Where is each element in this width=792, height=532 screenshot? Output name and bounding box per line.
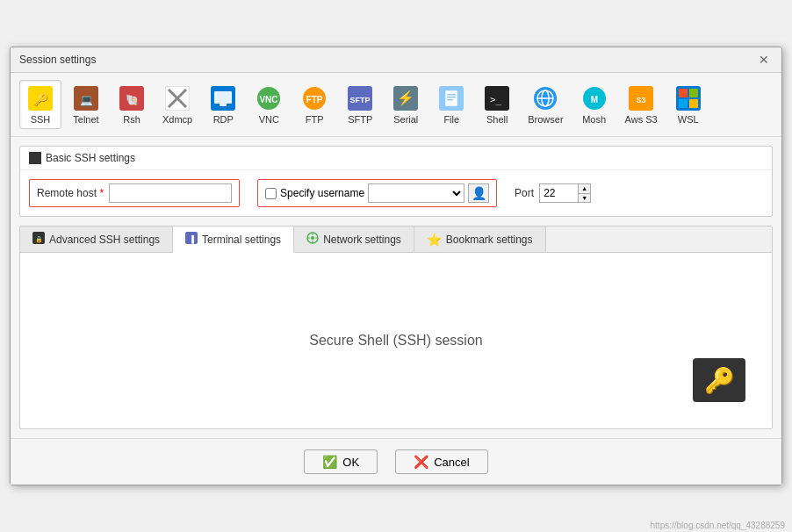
port-increment-button[interactable]: ▲ <box>579 184 590 193</box>
tabs-header: 🔒 Advanced SSH settings ▐ Terminal setti… <box>20 226 772 253</box>
remote-host-group: Remote host * <box>29 179 240 207</box>
protocol-rsh[interactable]: 🐚 Rsh <box>111 80 153 129</box>
protocol-vnc[interactable]: VNC VNC <box>248 80 290 129</box>
protocol-browser[interactable]: Browser <box>522 80 569 129</box>
tab-terminal[interactable]: ▐ Terminal settings <box>173 226 294 253</box>
cancel-icon: ❌ <box>414 455 428 469</box>
ssh-icon: 🔑 <box>26 84 54 112</box>
telnet-label: Telnet <box>73 114 98 125</box>
basic-settings-row: Remote host * Specify username 👤 <box>20 170 772 216</box>
port-input[interactable]: 22 <box>539 183 579 203</box>
protocol-bar: 🔑 SSH 💻 Telnet 🐚 Rsh <box>11 73 781 137</box>
serial-icon: ⚡ <box>392 84 420 112</box>
sftp-icon: SFTP <box>346 84 374 112</box>
basic-settings-title: Basic SSH settings <box>20 147 772 170</box>
sftp-label: SFTP <box>348 114 372 125</box>
cancel-label: Cancel <box>434 456 469 469</box>
svg-text:⚡: ⚡ <box>397 90 414 106</box>
protocol-xdmcp[interactable]: Xdmcp <box>156 80 198 129</box>
tab-content-area: Secure Shell (SSH) session 🔑 <box>20 253 772 428</box>
basic-settings-label: Basic SSH settings <box>46 152 135 164</box>
tab-terminal-label: Terminal settings <box>202 234 281 246</box>
session-settings-window: Session settings ✕ 🔑 SSH 💻 Telnet <box>10 47 782 485</box>
svg-text:SFTP: SFTP <box>350 96 371 104</box>
tab-network-label: Network settings <box>323 234 401 246</box>
protocol-aws-s3[interactable]: S3 Aws S3 <box>619 80 664 129</box>
close-button[interactable]: ✕ <box>755 53 773 67</box>
advanced-ssh-tab-icon: 🔒 <box>32 232 45 247</box>
protocol-ftp[interactable]: FTP FTP <box>293 80 335 129</box>
protocol-shell[interactable]: >_ Shell <box>476 80 518 129</box>
port-decrement-button[interactable]: ▼ <box>579 193 590 203</box>
protocol-mosh[interactable]: M Mosh <box>573 80 616 129</box>
footer: ✅ OK ❌ Cancel <box>11 438 781 485</box>
basic-settings-section: Basic SSH settings Remote host * Specify… <box>19 146 773 217</box>
specify-username-checkbox-label[interactable]: Specify username <box>265 187 364 199</box>
tab-advanced-ssh[interactable]: 🔒 Advanced SSH settings <box>20 226 173 252</box>
ok-icon: ✅ <box>322 455 337 469</box>
title-bar: Session settings ✕ <box>11 47 781 73</box>
username-dropdown[interactable] <box>368 183 464 203</box>
wsl-label: WSL <box>678 114 699 125</box>
key-icon-box: 🔑 <box>693 358 745 402</box>
protocol-wsl[interactable]: WSL <box>667 80 709 129</box>
shell-icon: >_ <box>483 84 511 112</box>
tab-network[interactable]: Network settings <box>294 226 414 252</box>
svg-text:VNC: VNC <box>260 95 278 104</box>
protocol-serial[interactable]: ⚡ Serial <box>385 80 427 129</box>
key-icon: 🔑 <box>704 366 735 395</box>
required-marker: * <box>99 187 104 199</box>
svg-rect-22 <box>447 94 456 96</box>
ok-button[interactable]: ✅ OK <box>304 449 378 474</box>
svg-text:🔑: 🔑 <box>33 92 49 107</box>
protocol-rdp[interactable]: RDP <box>202 80 244 129</box>
svg-rect-11 <box>220 104 227 106</box>
vnc-icon: VNC <box>255 84 283 112</box>
svg-rect-10 <box>214 91 232 104</box>
xdmcp-icon <box>163 84 191 112</box>
svg-rect-23 <box>447 97 456 98</box>
browser-label: Browser <box>528 114 563 125</box>
aws-s3-icon: S3 <box>627 84 655 112</box>
window-title: Session settings <box>19 54 96 66</box>
svg-text:FTP: FTP <box>306 95 323 104</box>
file-icon <box>437 84 465 112</box>
mosh-icon: M <box>580 84 608 112</box>
remote-host-input[interactable] <box>109 183 232 203</box>
wsl-icon <box>674 84 702 112</box>
cancel-button[interactable]: ❌ Cancel <box>395 449 487 474</box>
svg-text:🔒: 🔒 <box>35 235 43 243</box>
specify-username-label: Specify username <box>280 187 364 199</box>
port-spinner: 22 ▲ ▼ <box>539 183 591 203</box>
bookmark-tab-icon: ⭐ <box>427 233 442 247</box>
username-group: Specify username 👤 <box>257 179 497 207</box>
remote-host-label: Remote host * <box>37 187 104 199</box>
protocol-ssh[interactable]: 🔑 SSH <box>19 80 61 129</box>
tab-bookmark[interactable]: ⭐ Bookmark settings <box>414 226 546 252</box>
session-description: Secure Shell (SSH) session <box>309 333 482 349</box>
protocol-file[interactable]: File <box>430 80 472 129</box>
shell-label: Shell <box>486 114 508 125</box>
protocol-telnet[interactable]: 💻 Telnet <box>65 80 107 129</box>
telnet-icon: 💻 <box>72 84 100 112</box>
svg-text:S3: S3 <box>637 96 646 104</box>
svg-text:💻: 💻 <box>80 93 93 106</box>
aws-s3-label: Aws S3 <box>625 114 658 125</box>
xdmcp-label: Xdmcp <box>162 114 192 125</box>
rsh-label: Rsh <box>123 114 140 125</box>
content-area: Basic SSH settings Remote host * Specify… <box>11 137 781 438</box>
tabs-container: 🔒 Advanced SSH settings ▐ Terminal setti… <box>19 226 773 429</box>
protocol-sftp[interactable]: SFTP SFTP <box>339 80 381 129</box>
specify-username-checkbox[interactable] <box>265 188 277 199</box>
svg-rect-37 <box>689 89 698 97</box>
svg-rect-21 <box>445 90 457 106</box>
ftp-label: FTP <box>306 114 324 125</box>
svg-text:🐚: 🐚 <box>126 93 139 106</box>
ok-label: OK <box>342 456 359 469</box>
user-icon-button[interactable]: 👤 <box>468 183 489 203</box>
ftp-icon: FTP <box>300 84 328 112</box>
file-label: File <box>443 114 459 125</box>
tab-advanced-ssh-label: Advanced SSH settings <box>49 234 160 246</box>
section-title-icon <box>29 152 41 164</box>
serial-label: Serial <box>393 114 418 125</box>
